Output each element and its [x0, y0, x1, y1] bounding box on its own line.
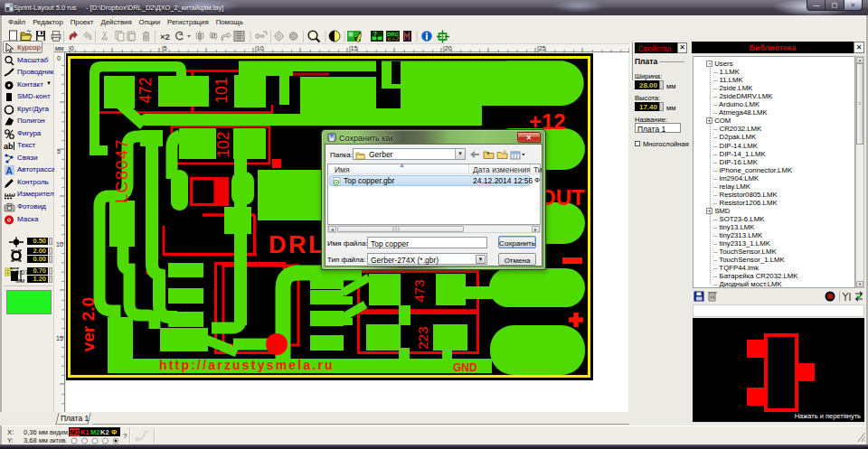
svg-text:|10: |10: [255, 45, 264, 52]
svg-text:0: 0: [57, 55, 61, 61]
svg-text:ab: ab: [4, 142, 14, 151]
svg-text:473: 473: [411, 279, 427, 302]
svg-text:|15: |15: [349, 45, 358, 52]
svg-text:|20: |20: [443, 45, 452, 52]
svg-text:DRC: DRC: [387, 32, 400, 37]
svg-text:LC8047: LC8047: [113, 138, 131, 203]
svg-text:×2: ×2: [160, 32, 170, 42]
svg-text:GND: GND: [453, 361, 477, 374]
svg-text:DRL: DRL: [269, 231, 326, 258]
svg-text:223: 223: [415, 326, 430, 349]
svg-text:|0: |0: [69, 45, 74, 52]
svg-text:15: 15: [56, 335, 63, 341]
svg-text:|25: |25: [537, 45, 546, 52]
svg-text:472: 472: [137, 77, 155, 103]
svg-text:ver 2.0: ver 2.0: [79, 297, 98, 351]
svg-text:101: 101: [212, 77, 231, 103]
svg-text:?: ?: [373, 31, 377, 37]
svg-text:|5: |5: [162, 45, 167, 52]
svg-text:A: A: [6, 166, 13, 176]
svg-text:http://arzustysmela.ru: http://arzustysmela.ru: [159, 358, 335, 372]
svg-text:102: 102: [214, 131, 232, 157]
svg-text:10: 10: [56, 241, 63, 248]
